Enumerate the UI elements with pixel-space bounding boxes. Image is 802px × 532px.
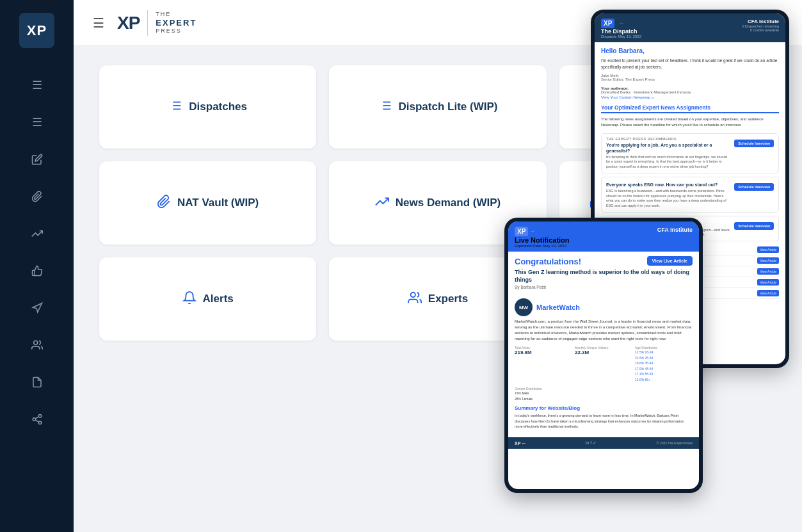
sidebar-icon-megaphone[interactable] — [26, 296, 49, 319]
dispatch-lite-icon — [378, 99, 392, 116]
tablet-card-1: Everyone speaks ESG now. How can you sta… — [601, 177, 779, 213]
phone-publisher-name: MarketWatch — [536, 303, 580, 311]
tablet-card-label-0: The Expert Press Recommends — [606, 137, 731, 141]
tablet-schedule-btn-0[interactable]: Schedule Interview — [734, 140, 774, 147]
tablet-section-para: The following news assignments are creat… — [601, 117, 779, 128]
phone-stat1-value: 219.8M — [515, 350, 572, 355]
phone-stat2-value: 22.3M — [575, 350, 632, 355]
tablet-logo-dots: ··· — [619, 21, 623, 26]
card-dispatches[interactable]: Dispatches — [99, 65, 316, 149]
sidebar-logo: XP — [19, 13, 54, 48]
phone-summary: In today's workforce, there's a growing … — [515, 413, 693, 429]
sidebar-icon-thumbsup[interactable] — [26, 259, 49, 282]
tablet-intro: I'm excited to present your last set of … — [601, 58, 779, 70]
nat-vault-icon — [157, 195, 171, 212]
phone-gender-values: 72% Male 28% Female — [515, 391, 632, 401]
experts-icon — [408, 291, 422, 308]
logo-line2: EXPERT — [156, 18, 196, 28]
tablet-newsmap-link[interactable]: View Your Custom Newsmap » — [601, 95, 779, 99]
card-dispatch-lite[interactable]: Dispatch Lite (WIP) — [329, 65, 546, 149]
phone-notif-type: Live Notification — [515, 236, 570, 244]
phone-summary-title: Summary for Website/Blog — [515, 405, 693, 411]
tablet-header: XP ··· The Dispatch Dispatch: May 13, 20… — [595, 13, 785, 42]
tablet-view-btn-2[interactable]: View Article — [757, 268, 779, 275]
tablet-org: CFA Institute 0 Dispatches remaining 0 C… — [742, 19, 779, 32]
phone-footer-logo: XP ··· — [515, 441, 525, 446]
phone-logo: XP — [515, 227, 528, 236]
tablet-dispatch-title: The Dispatch — [601, 28, 641, 35]
tablet-audience-value: Diversified Banks · Investment Managemen… — [601, 90, 779, 94]
alerts-label: Alerts — [203, 293, 234, 305]
tablet-card-title-0: You're applying for a job. Are you a spe… — [606, 142, 731, 154]
sidebar-icon-share[interactable] — [26, 408, 49, 431]
tablet-org-name: CFA Institute — [742, 19, 779, 24]
tablet-logo: XP — [601, 19, 614, 28]
svg-point-1 — [38, 415, 42, 418]
phone-footer-social: in f ✓ — [586, 440, 597, 446]
logo-divider — [147, 10, 148, 36]
phone-org-name: CFA Institute — [657, 227, 693, 233]
sidebar-nav: ☰ ☰ — [26, 74, 49, 431]
logo-line3: PRESS — [156, 28, 196, 35]
tablet-author: Jake Meth Senior Editor, The Expert Pres… — [601, 74, 779, 81]
phone-view-btn[interactable]: View Live Article — [647, 256, 693, 266]
svg-point-2 — [33, 418, 36, 421]
alerts-icon — [182, 291, 196, 308]
card-alerts[interactable]: Alerts — [99, 257, 316, 341]
svg-point-3 — [38, 421, 42, 424]
tablet-view-btn-1[interactable]: View Article — [757, 257, 779, 264]
tablet-view-btn-0[interactable]: View Article — [757, 246, 779, 253]
sidebar-icon-chart[interactable] — [26, 222, 49, 245]
dispatches-icon — [168, 99, 182, 116]
tablet-view-btn-4[interactable]: View Article — [757, 290, 779, 296]
sidebar-icon-list2[interactable]: ☰ — [26, 111, 49, 134]
tablet-card-0: The Expert Press Recommends You're apply… — [601, 133, 779, 173]
svg-line-5 — [35, 417, 38, 419]
news-demand-label: News Demand (WIP) — [396, 197, 501, 209]
tablet-view-btn-3[interactable]: View Article — [757, 279, 779, 286]
tablet-card-text-1: ESG is becoming a buzzword—and with buzz… — [606, 189, 731, 209]
sidebar: XP ☰ ☰ — [0, 0, 74, 532]
phone-publisher-logo: MW — [515, 298, 533, 316]
sidebar-icon-paperclip[interactable] — [26, 185, 49, 208]
phone-device: XP ··· Live Notification Expiration Date… — [504, 218, 703, 493]
phone-by: By Barbara Pettit — [515, 285, 693, 289]
phone-stats: Total Visits 219.8M Monthly Unique Visit… — [515, 346, 693, 401]
phone-publisher-header: MW MarketWatch — [515, 298, 693, 316]
tablet-dispatch-sub: Dispatch: May 13, 2022 — [601, 35, 641, 38]
experts-label: Experts — [428, 293, 468, 305]
tablet-schedule-btn-2[interactable]: Schedule Interview — [734, 222, 774, 230]
tablet-section-title: Your Optimized Expert News Assignments — [601, 104, 779, 113]
dispatch-lite-label: Dispatch Lite (WIP) — [399, 101, 498, 113]
svg-point-19 — [410, 292, 415, 296]
phone-age-rows: 12.5% 18-24 21.5% 25-34 19.6% 35-44 17.9… — [635, 350, 693, 382]
svg-line-4 — [35, 420, 38, 422]
logo-text: THE EXPERT PRESS — [156, 11, 196, 35]
tablet-greeting: Hello Barbara, — [601, 47, 779, 54]
sidebar-icon-document[interactable] — [26, 371, 49, 394]
sidebar-icon-edit[interactable] — [26, 148, 49, 171]
sidebar-icon-list1[interactable]: ☰ — [26, 74, 49, 97]
phone-screen: XP ··· Live Notification Expiration Date… — [508, 222, 699, 489]
news-demand-icon — [375, 195, 389, 212]
hamburger-button[interactable]: ☰ — [93, 15, 104, 31]
tablet-card-text-0: It's tempting to think that with so much… — [606, 155, 731, 170]
phone-body: Congratulations! View Live Article This … — [508, 252, 699, 434]
dispatches-label: Dispatches — [189, 101, 247, 113]
nat-vault-label: NAT Vault (WIP) — [177, 197, 259, 209]
tablet-card-title-1: Everyone speaks ESG now. How can you sta… — [606, 182, 731, 188]
logo-line1: THE — [156, 11, 196, 18]
tablet-schedule-btn-1[interactable]: Schedule Interview — [734, 183, 774, 191]
phone-publisher-desc: MarketWatch.com, a product from the Wall… — [515, 319, 693, 342]
sidebar-icon-experts[interactable] — [26, 334, 49, 357]
tablet-org-sub2: 0 Credits available — [742, 28, 779, 32]
phone-header-right: CFA Institute — [657, 227, 693, 233]
phone-article-title: This Gen Z learning method is superior t… — [515, 269, 693, 284]
svg-point-0 — [33, 341, 37, 344]
phone-date: Expiration Date: May 19, 2022 — [515, 244, 570, 248]
phone-footer-copy: © 2022 The Expert Press — [657, 441, 693, 445]
card-nat-vault[interactable]: NAT Vault (WIP) — [99, 161, 316, 245]
phone-logo-dots: ··· — [530, 229, 534, 234]
phone-footer: XP ··· in f ✓ © 2022 The Expert Press — [508, 437, 699, 449]
phone-header: XP ··· Live Notification Expiration Date… — [508, 222, 699, 252]
